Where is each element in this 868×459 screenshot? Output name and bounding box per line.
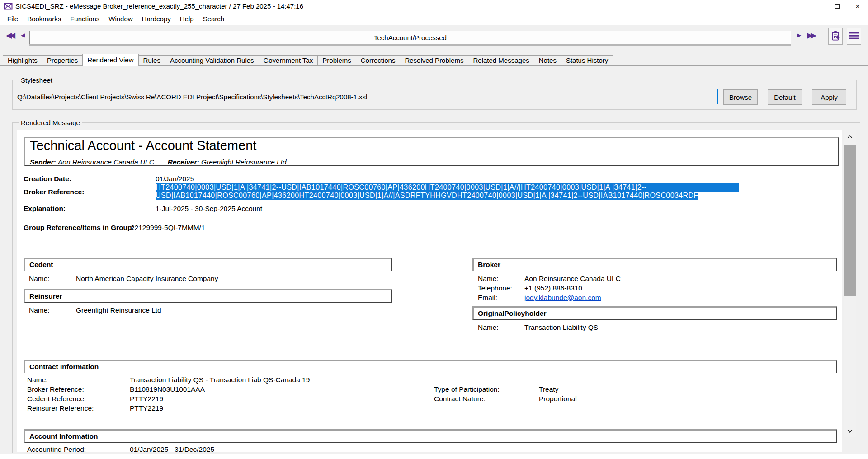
participation-type-value: Treaty xyxy=(539,385,558,393)
tab-related-messages[interactable]: Related Messages xyxy=(468,55,534,65)
creation-date-label: Creation Date: xyxy=(24,175,71,183)
original-policyholder-name-label: Name: xyxy=(478,323,499,332)
receiver-value: Greenlight Reinsurance Ltd xyxy=(201,158,287,166)
tab-government-tax[interactable]: Government Tax xyxy=(259,55,318,65)
cedent-name-label: Name: xyxy=(29,275,50,283)
menu-functions[interactable]: Functions xyxy=(66,15,104,23)
reinsurer-name-label: Name: xyxy=(29,306,50,314)
broker-reference-value-line1[interactable]: HT2400740|0003|USD|1|A |34741|2--USD|IAB… xyxy=(156,183,739,192)
contract-section-header: Contract Information xyxy=(24,360,837,373)
tab-properties[interactable]: Properties xyxy=(42,55,83,65)
paste-message-button[interactable] xyxy=(828,28,843,45)
contract-nature-value: Proportional xyxy=(539,395,577,403)
chevron-up-icon xyxy=(847,132,853,141)
contract-name-label: Name: xyxy=(27,376,48,384)
participation-type-label: Type of Participation: xyxy=(434,385,500,393)
contract-cedent-reference-value: PTTY2219 xyxy=(130,395,163,403)
group-reference-value: 22129999-5QI-7MMM/1 xyxy=(131,224,205,232)
tab-rendered-view[interactable]: Rendered View xyxy=(82,54,138,66)
window-controls: – ✕ xyxy=(806,0,868,13)
window-bottom-border xyxy=(0,454,868,454)
reinsurer-name-value: Greenlight Reinsurance Ltd xyxy=(76,306,161,314)
menu-bookmarks[interactable]: Bookmarks xyxy=(23,15,66,23)
app-icon xyxy=(4,2,13,11)
explanation-value: 1-Jul-2025 - 30-Sep-2025 Account xyxy=(156,205,262,213)
menu-help[interactable]: Help xyxy=(175,15,198,23)
accounting-period-label: Accounting Period: xyxy=(27,445,86,452)
account-section-header: Account Information xyxy=(24,429,837,443)
sender-receiver-line: Sender: Aon Reinsurance Canada ULCReceiv… xyxy=(30,158,287,166)
reinsurer-section-header: Reinsurer xyxy=(24,289,392,303)
apply-button[interactable]: Apply xyxy=(812,89,846,105)
broker-email-link[interactable]: jody.klabunde@aon.com xyxy=(524,294,601,302)
tab-status-history[interactable]: Status History xyxy=(561,55,613,65)
stylesheet-group-label: Stylesheet xyxy=(19,76,55,84)
chevron-down-icon xyxy=(847,426,853,435)
broker-telephone-value: +1 (952) 886-8310 xyxy=(524,284,582,292)
close-button[interactable]: ✕ xyxy=(847,0,868,13)
menu-hardcopy[interactable]: Hardcopy xyxy=(137,15,175,23)
cedent-name-value: North American Capacity Insurance Compan… xyxy=(76,275,218,283)
contract-reinsurer-reference-label: Reinsurer Reference: xyxy=(27,404,94,412)
scroll-up-button[interactable] xyxy=(844,130,856,143)
nav-next-button[interactable]: ▶ xyxy=(797,32,801,38)
contract-cedent-reference-label: Cedent Reference: xyxy=(27,395,86,403)
cedent-section-header: Cedent xyxy=(24,258,392,271)
contract-broker-reference-label: Broker Reference: xyxy=(27,385,84,393)
menu-window[interactable]: Window xyxy=(104,15,137,23)
rendered-message-content: Technical Account - Account Statement Se… xyxy=(17,130,842,452)
contract-name-value: Transaction Liability QS - Transaction L… xyxy=(130,376,310,384)
contract-broker-reference-value: B110819N03U1001AAA xyxy=(130,385,205,393)
document-header-box: Technical Account - Account Statement Se… xyxy=(24,137,839,166)
nav-previous-button[interactable]: ◀ xyxy=(21,32,25,38)
maximize-button[interactable] xyxy=(826,0,847,13)
document-title: Technical Account - Account Statement xyxy=(30,138,256,153)
vertical-scrollbar xyxy=(844,130,856,437)
creation-date-value: 01/Jan/2025 xyxy=(156,175,194,183)
message-location-field[interactable] xyxy=(29,31,791,44)
browse-button[interactable]: Browse xyxy=(723,89,758,105)
stylesheet-path-input[interactable] xyxy=(14,89,718,104)
menu-file[interactable]: File xyxy=(3,15,23,23)
nav-last-button[interactable]: ▶▶ xyxy=(807,31,814,40)
broker-name-value: Aon Reinsurance Canada ULC xyxy=(524,275,621,283)
original-policyholder-section-header: OriginalPolicyholder xyxy=(472,306,837,320)
clipboard-paste-icon xyxy=(830,30,840,43)
title-bar: SICS4EDI_SRZ - eMessage Broker_reference… xyxy=(0,0,868,13)
broker-name-label: Name: xyxy=(478,275,499,283)
accounting-period-value: 01/Jan/2025 - 31/Dec/2025 xyxy=(130,445,214,452)
tab-resolved-problems[interactable]: Resolved Problems xyxy=(400,55,468,65)
sender-label: Sender: xyxy=(30,158,56,166)
broker-reference-value-line2[interactable]: USD|IAB1017440|ROSC00760|AP|436200HT2400… xyxy=(156,192,698,200)
window-title: SICS4EDI_SRZ - eMessage Broker_reference… xyxy=(15,2,303,10)
original-policyholder-name-value: Transaction Liability QS xyxy=(524,323,598,332)
tab-highlights[interactable]: Highlights xyxy=(3,55,42,65)
minimize-button[interactable]: – xyxy=(806,0,826,13)
broker-section-header: Broker xyxy=(472,258,837,271)
toolbar-menu-button[interactable] xyxy=(847,28,861,45)
menu-search[interactable]: Search xyxy=(198,15,229,23)
hamburger-menu-icon xyxy=(849,32,859,42)
broker-email-label: Email: xyxy=(478,294,497,302)
menu-bar: File Bookmarks Functions Window Hardcopy… xyxy=(0,13,868,25)
nav-first-button[interactable]: ◀◀ xyxy=(6,31,13,40)
tab-accounting-validation-rules[interactable]: Accounting Validation Rules xyxy=(165,55,259,65)
tab-corrections[interactable]: Corrections xyxy=(356,55,401,65)
tab-notes[interactable]: Notes xyxy=(534,55,561,65)
rendered-message-group-label: Rendered Message xyxy=(19,119,82,126)
broker-reference-label: Broker Reference: xyxy=(24,188,84,196)
default-button[interactable]: Default xyxy=(768,89,802,105)
maximize-icon xyxy=(835,4,840,9)
scrollbar-thumb[interactable] xyxy=(844,145,856,296)
scroll-down-button[interactable] xyxy=(844,424,856,437)
tab-rules[interactable]: Rules xyxy=(138,55,165,65)
broker-telephone-label: Telephone: xyxy=(478,284,512,292)
explanation-label: Explanation: xyxy=(24,205,66,213)
group-reference-label: Group Reference/Items in Group: xyxy=(24,224,134,232)
receiver-label: Receiver: xyxy=(168,158,199,166)
contract-reinsurer-reference-value: PTTY2219 xyxy=(130,404,163,412)
tab-problems[interactable]: Problems xyxy=(317,55,356,65)
tab-strip: Highlights Properties Rendered View Rule… xyxy=(3,54,613,66)
contract-nature-label: Contract Nature: xyxy=(434,395,486,403)
sender-value: Aon Reinsurance Canada ULC xyxy=(58,158,154,166)
